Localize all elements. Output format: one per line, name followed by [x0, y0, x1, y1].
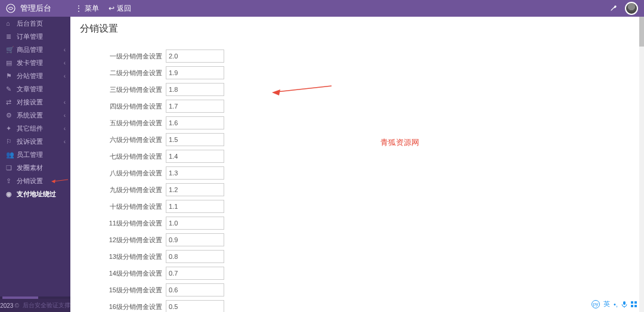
commission-input-level-9[interactable]: [166, 183, 224, 196]
form-row-6: 七级分销佣金设置: [70, 148, 644, 165]
form-label: 16级分销佣金设置: [70, 302, 166, 311]
sidebar-item-label: 商品管理: [17, 45, 43, 54]
svg-rect-7: [634, 301, 637, 304]
sidebar-item-label: 订单管理: [17, 32, 43, 41]
commission-input-level-6[interactable]: [166, 133, 224, 146]
ime-mic-icon[interactable]: [621, 301, 627, 308]
sidebar-item-2[interactable]: 🛒商品管理‹: [0, 43, 70, 56]
commission-input-level-5[interactable]: [166, 116, 224, 129]
sidebar-item-11[interactable]: ❏发圈素材: [0, 161, 70, 174]
chevron-left-icon: ‹: [64, 125, 66, 132]
sidebar-item-8[interactable]: ✦其它组件‹: [0, 122, 70, 135]
back-label: 返回: [117, 4, 131, 14]
form-label: 四级分销佣金设置: [70, 102, 166, 111]
commission-input-level-12[interactable]: [166, 233, 224, 246]
flag-icon: ⚐: [6, 138, 13, 146]
form-row-1: 二级分销佣金设置: [70, 64, 644, 81]
form-row-0: 一级分销佣金设置: [70, 48, 644, 64]
form-row-3: 四级分销佣金设置: [70, 98, 644, 115]
brand-title: 管理后台: [20, 3, 51, 14]
ime-lang[interactable]: 英: [603, 299, 610, 308]
sidebar-item-label: 文章管理: [17, 85, 43, 94]
commission-input-level-13[interactable]: [166, 250, 224, 263]
form-label: 五级分销佣金设置: [70, 119, 166, 128]
commission-input-level-7[interactable]: [166, 150, 224, 163]
ime-punct-icon[interactable]: •,: [614, 301, 618, 308]
commission-input-level-1[interactable]: [166, 50, 224, 63]
sidebar: ⌂后台首页≣订单管理🛒商品管理‹▤发卡管理‹⚑分站管理‹✎文章管理⇄对接设置‹⚙…: [0, 17, 70, 312]
svg-line-1: [54, 180, 68, 181]
sidebar-item-12[interactable]: ⇪分销设置: [0, 174, 70, 187]
sidebar-scrollbar[interactable]: [0, 296, 70, 299]
commission-input-level-11[interactable]: [166, 217, 224, 230]
sidebar-item-label: 系统设置: [17, 111, 43, 120]
chevron-left-icon: ‹: [64, 73, 66, 79]
chevron-left-icon: ‹: [64, 60, 66, 66]
menu-label: 菜单: [85, 4, 99, 14]
ime-mode-icon[interactable]: py: [592, 300, 600, 308]
sidebar-item-label: 分销设置: [17, 177, 43, 186]
sidebar-item-6[interactable]: ⇄对接设置‹: [0, 95, 70, 109]
main: 分销设置 一级分销佣金设置二级分销佣金设置三级分销佣金设置四级分销佣金设置五级分…: [70, 17, 644, 312]
commission-input-level-14[interactable]: [166, 267, 224, 280]
form-row-12: 13级分销佣金设置: [70, 248, 644, 265]
commission-input-level-4[interactable]: [166, 100, 224, 113]
sidebar-item-label: 支付地址绕过: [17, 190, 56, 199]
commission-input-level-8[interactable]: [166, 166, 224, 180]
commission-input-level-15[interactable]: [166, 283, 224, 296]
form-label: 三级分销佣金设置: [70, 85, 166, 94]
sidebar-item-5[interactable]: ✎文章管理: [0, 82, 70, 95]
form-label: 十级分销佣金设置: [70, 202, 166, 211]
form-row-8: 九级分销佣金设置: [70, 181, 644, 198]
gear-icon: ⚙: [6, 112, 13, 119]
sidebar-item-9[interactable]: ⚐投诉设置‹: [0, 135, 70, 148]
globe-icon: ◉: [6, 190, 13, 198]
commission-input-level-10[interactable]: [166, 200, 224, 213]
form-label: 一级分销佣金设置: [70, 52, 166, 61]
home-icon: ⌂: [6, 20, 13, 27]
highlight-arrow-icon: [51, 177, 68, 184]
sidebar-item-label: 发卡管理: [17, 58, 43, 67]
sidebar-item-4[interactable]: ⚑分站管理‹: [0, 69, 70, 82]
commission-input-level-3[interactable]: [166, 83, 224, 96]
sidebar-item-1[interactable]: ≣订单管理: [0, 30, 70, 43]
back-button[interactable]: ↩ 返回: [109, 4, 131, 14]
sidebar-footer: 2023 © 后台安全验证支撑: [0, 299, 70, 312]
card-icon: ▤: [6, 59, 13, 67]
form-label: 七级分销佣金设置: [70, 152, 166, 161]
svg-marker-2: [51, 180, 55, 183]
wrench-icon[interactable]: [609, 4, 618, 13]
sidebar-item-3[interactable]: ▤发卡管理‹: [0, 56, 70, 69]
form-label: 二级分销佣金设置: [70, 69, 166, 78]
footer-text: 后台安全验证支撑: [23, 301, 70, 310]
commission-input-level-16[interactable]: [166, 300, 224, 312]
ime-grid-icon[interactable]: [631, 301, 637, 307]
logo-icon: [6, 4, 16, 13]
sidebar-item-label: 分站管理: [17, 72, 43, 81]
form-label: 九级分销佣金设置: [70, 186, 166, 194]
form-label: 11级分销佣金设置: [70, 219, 166, 228]
commission-input-level-2[interactable]: [166, 66, 224, 79]
avatar[interactable]: [625, 2, 638, 15]
menu-button[interactable]: ⋮ 菜单: [75, 4, 99, 14]
sidebar-item-label: 投诉设置: [17, 137, 43, 146]
sidebar-item-label: 对接设置: [17, 98, 43, 107]
form-label: 13级分销佣金设置: [70, 252, 166, 261]
image-icon: ❏: [6, 164, 13, 172]
form-row-7: 八级分销佣金设置: [70, 165, 644, 181]
form-row-15: 16级分销佣金设置: [70, 298, 644, 312]
form-row-4: 五级分销佣金设置: [70, 115, 644, 131]
back-icon: ↩: [109, 4, 114, 13]
sidebar-item-0[interactable]: ⌂后台首页: [0, 17, 70, 30]
sidebar-item-label: 后台首页: [17, 19, 43, 28]
chevron-left-icon: ‹: [64, 138, 66, 145]
form-label: 14级分销佣金设置: [70, 269, 166, 278]
main-scrollbar[interactable]: [639, 17, 644, 312]
chevron-left-icon: ‹: [64, 47, 66, 53]
sidebar-item-10[interactable]: 👥员工管理: [0, 148, 70, 161]
chevron-left-icon: ‹: [64, 99, 66, 106]
sidebar-item-7[interactable]: ⚙系统设置‹: [0, 109, 70, 122]
form-row-14: 15级分销佣金设置: [70, 282, 644, 298]
sidebar-item-13[interactable]: ◉支付地址绕过: [0, 187, 70, 200]
form-label: 12级分销佣金设置: [70, 236, 166, 245]
